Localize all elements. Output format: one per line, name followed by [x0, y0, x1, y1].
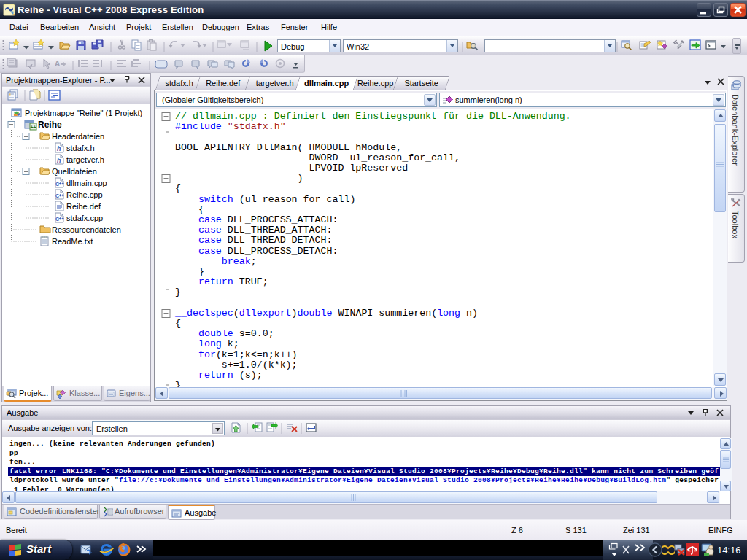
svg-text:h: h — [57, 145, 61, 152]
svg-text:A: A — [55, 60, 60, 68]
svg-text:C: C — [55, 193, 59, 198]
svg-text:C: C — [55, 217, 59, 222]
svg-text:h: h — [57, 157, 61, 164]
svg-text:++: ++ — [31, 125, 36, 130]
svg-text:C: C — [55, 182, 59, 187]
